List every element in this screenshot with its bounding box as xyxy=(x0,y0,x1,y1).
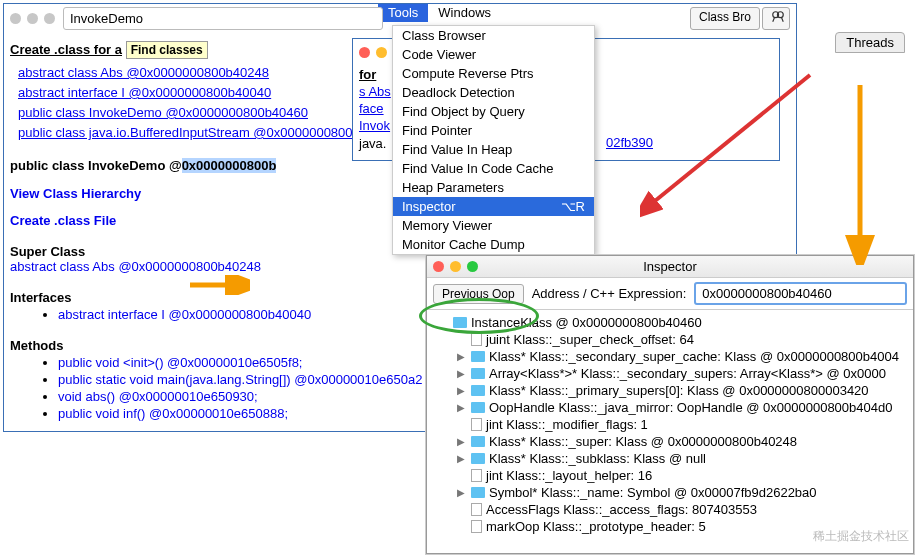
folder-icon xyxy=(471,436,485,447)
previous-oop-button[interactable]: Previous Oop xyxy=(433,284,524,304)
tree-row-label: Array<Klass*>* Klass::_secondary_supers:… xyxy=(489,366,886,381)
window-title: Inspector xyxy=(643,259,696,274)
tree-row-label: Symbol* Klass::_name: Symbol @ 0x00007fb… xyxy=(489,485,817,500)
file-icon xyxy=(471,520,482,533)
annotation-arrow-orange xyxy=(840,85,880,265)
method-link[interactable]: public static void main(java.lang.String… xyxy=(58,372,422,387)
folder-icon xyxy=(471,453,485,464)
menu-item-monitor-cache-dump[interactable]: Monitor Cache Dump xyxy=(393,235,594,254)
inspector-tree: InstanceKlass @ 0x0000000800b40460juint … xyxy=(427,310,913,539)
tree-row[interactable]: ▶Klass* Klass::_secondary_super_cache: K… xyxy=(429,348,911,365)
method-link[interactable]: void abs() @0x00000010e650930; xyxy=(58,389,258,404)
menu-item-compute-reverse-ptrs[interactable]: Compute Reverse Ptrs xyxy=(393,64,594,83)
tree-row[interactable]: ▶Klass* Klass::_subklass: Klass @ null xyxy=(429,450,911,467)
address-label: Address / C++ Expression: xyxy=(532,286,687,301)
interface-link[interactable]: abstract interface I @0x0000000800b40040 xyxy=(58,307,311,322)
tree-row-label: OopHandle Klass::_java_mirror: OopHandle… xyxy=(489,400,892,415)
menu-item-deadlock-detection[interactable]: Deadlock Detection xyxy=(393,83,594,102)
tree-row-label: jint Klass::_modifier_flags: 1 xyxy=(486,417,648,432)
disclosure-triangle-icon[interactable]: ▶ xyxy=(457,402,467,413)
file-icon xyxy=(471,469,482,482)
folder-icon xyxy=(471,487,485,498)
tree-row[interactable]: ▶Klass* Klass::_primary_supers[0]: Klass… xyxy=(429,382,911,399)
watermark: 稀土掘金技术社区 xyxy=(813,528,909,545)
address-input[interactable] xyxy=(694,282,907,305)
tree-row-label: InstanceKlass @ 0x0000000800b40460 xyxy=(471,315,702,330)
folder-icon xyxy=(471,402,485,413)
tree-row[interactable]: ▶Klass* Klass::_super: Klass @ 0x0000000… xyxy=(429,433,911,450)
find-icon[interactable] xyxy=(762,7,790,30)
for-heading: for xyxy=(359,67,376,82)
disclosure-triangle-icon[interactable]: ▶ xyxy=(457,487,467,498)
tree-row[interactable]: ▶Array<Klass*>* Klass::_secondary_supers… xyxy=(429,365,911,382)
disclosure-triangle-icon[interactable]: ▶ xyxy=(457,436,467,447)
folder-open-icon xyxy=(453,317,467,328)
tools-dropdown: Class Browser Code Viewer Compute Revers… xyxy=(392,25,595,255)
menu-item-find-object-by-query[interactable]: Find Object by Query xyxy=(393,102,594,121)
disclosure-triangle-icon[interactable]: ▶ xyxy=(457,453,467,464)
inspector-window: Inspector Previous Oop Address / C++ Exp… xyxy=(426,255,914,554)
file-icon xyxy=(471,418,482,431)
window-controls[interactable] xyxy=(433,261,478,272)
tree-row-label: Klass* Klass::_super: Klass @ 0x00000008… xyxy=(489,434,797,449)
method-link[interactable]: public void inf() @0x00000010e650888; xyxy=(58,406,288,421)
menu-item-find-value-in-heap[interactable]: Find Value In Heap xyxy=(393,140,594,159)
tree-row[interactable]: InstanceKlass @ 0x0000000800b40460 xyxy=(429,314,911,331)
menu-item-heap-parameters[interactable]: Heap Parameters xyxy=(393,178,594,197)
tree-row[interactable]: jint Klass::_layout_helper: 16 xyxy=(429,467,911,484)
method-link[interactable]: public void <init>() @0x00000010e6505f8; xyxy=(58,355,302,370)
file-icon xyxy=(471,333,482,346)
tree-row-label: juint Klass::_super_check_offset: 64 xyxy=(486,332,694,347)
folder-icon xyxy=(471,351,485,362)
tree-row-label: jint Klass::_layout_helper: 16 xyxy=(486,468,652,483)
file-icon xyxy=(471,503,482,516)
menu-item-class-browser[interactable]: Class Browser xyxy=(393,26,594,45)
folder-icon xyxy=(471,368,485,379)
menu-item-find-value-in-code-cache[interactable]: Find Value In Code Cache xyxy=(393,159,594,178)
tooltip-find-classes: Find classes xyxy=(126,41,208,59)
tree-row[interactable]: AccessFlags Klass::_access_flags: 807403… xyxy=(429,501,911,518)
tree-row[interactable]: juint Klass::_super_check_offset: 64 xyxy=(429,331,911,348)
menu-item-code-viewer[interactable]: Code Viewer xyxy=(393,45,594,64)
tree-row[interactable]: jint Klass::_modifier_flags: 1 xyxy=(429,416,911,433)
superclass-link[interactable]: abstract class Abs @0x0000000800b40248 xyxy=(10,259,261,274)
window-controls[interactable] xyxy=(10,13,55,24)
tree-row-label: AccessFlags Klass::_access_flags: 807403… xyxy=(486,502,757,517)
tree-row[interactable]: ▶Symbol* Klass::_name: Symbol @ 0x00007f… xyxy=(429,484,911,501)
disclosure-triangle-icon[interactable]: ▶ xyxy=(457,385,467,396)
tree-row-label: Klass* Klass::_subklass: Klass @ null xyxy=(489,451,706,466)
tree-row-label: Klass* Klass::_secondary_super_cache: Kl… xyxy=(489,349,899,364)
tree-row-label: markOop Klass::_prototype_header: 5 xyxy=(486,519,706,534)
class-browser-button[interactable]: Class Bro xyxy=(690,7,760,30)
disclosure-triangle-icon[interactable]: ▶ xyxy=(457,368,467,379)
folder-icon xyxy=(471,385,485,396)
tree-row[interactable]: ▶OopHandle Klass::_java_mirror: OopHandl… xyxy=(429,399,911,416)
disclosure-triangle-icon[interactable]: ▶ xyxy=(457,351,467,362)
search-input[interactable] xyxy=(63,7,383,30)
menu-item-inspector[interactable]: Inspector⌥R xyxy=(393,197,594,216)
tab-threads[interactable]: Threads xyxy=(835,32,905,53)
menu-item-memory-viewer[interactable]: Memory Viewer xyxy=(393,216,594,235)
menu-item-find-pointer[interactable]: Find Pointer xyxy=(393,121,594,140)
tree-row-label: Klass* Klass::_primary_supers[0]: Klass … xyxy=(489,383,869,398)
